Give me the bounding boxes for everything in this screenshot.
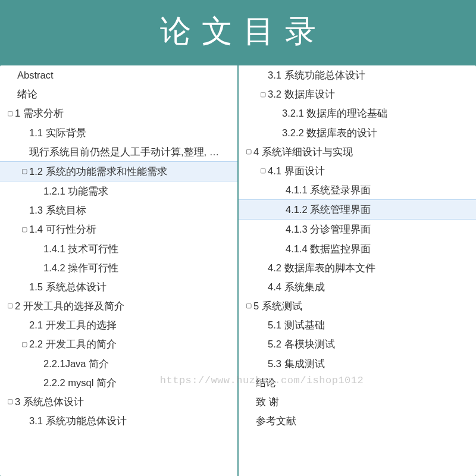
- toc-row[interactable]: ▢5.2 各模块测试: [239, 334, 476, 353]
- toc-row[interactable]: ▢3.1 系统功能总体设计: [239, 65, 476, 84]
- toc-row-label: 4.1 界面设计: [268, 161, 325, 180]
- toc-row-label: 3.2.1 数据库的理论基础: [282, 104, 387, 123]
- toc-row[interactable]: ▢4 系统详细设计与实现: [239, 142, 476, 161]
- toc-row-label: 2 开发工具的选择及简介: [15, 296, 124, 315]
- toc-row-label: 4.4 系统集成: [268, 277, 325, 296]
- toc-row-label: 5.3 集成测试: [268, 354, 325, 373]
- page-title: 论文目录: [0, 11, 476, 52]
- toc-row-label: Abstract: [17, 65, 54, 84]
- page-header: 论文目录: [0, 0, 476, 65]
- toc-row[interactable]: ▢2 开发工具的选择及简介: [0, 296, 237, 315]
- toc-columns: ▢Abstract▢绪论▢1 需求分析▢1.1 实际背景▢现行系统目前仍然是人工…: [0, 65, 476, 476]
- caret-icon[interactable]: ▢: [246, 299, 252, 312]
- toc-row[interactable]: ▢3 系统总体设计: [0, 392, 237, 411]
- toc-row-label: 1.1 实际背景: [29, 123, 86, 142]
- toc-row-label: 4 系统详细设计与实现: [253, 142, 353, 161]
- toc-row-label: 绪论: [17, 84, 37, 104]
- toc-row[interactable]: ▢1.5 系统总体设计: [0, 277, 237, 296]
- toc-row-label: 2.2.2 mysql 简介: [43, 373, 117, 392]
- toc-row-label: 参考文献: [256, 411, 296, 430]
- toc-row-label: 致 谢: [256, 392, 279, 411]
- toc-row-label: 3.1 系统功能总体设计: [29, 411, 127, 430]
- toc-row-label: 1.2.1 功能需求: [43, 181, 108, 201]
- toc-row[interactable]: ▢Abstract: [0, 65, 237, 84]
- toc-row[interactable]: ▢2.2.1Java 简介: [0, 354, 237, 373]
- toc-row-label: 4.1.3 分诊管理界面: [286, 220, 371, 239]
- toc-row[interactable]: ▢现行系统目前仍然是人工手动计算,整理, …: [0, 142, 237, 161]
- toc-row-label: 结论: [256, 373, 276, 392]
- toc-row[interactable]: ▢1.2 系统的功能需求和性能需求: [0, 161, 237, 181]
- toc-row-label: 4.2 数据库表的脚本文件: [268, 258, 375, 277]
- toc-row-label: 2.1 开发工具的选择: [29, 315, 117, 334]
- caret-icon[interactable]: ▢: [7, 107, 13, 120]
- toc-row-label: 3.2 数据库设计: [268, 84, 335, 104]
- caret-icon[interactable]: ▢: [21, 338, 27, 350]
- toc-row[interactable]: ▢2.1 开发工具的选择: [0, 315, 237, 334]
- toc-row[interactable]: ▢5 系统测试: [239, 296, 476, 315]
- toc-row-label: 1.3 系统目标: [29, 201, 86, 220]
- toc-row[interactable]: ▢4.1.1 系统登录界面: [239, 180, 476, 199]
- caret-icon[interactable]: ▢: [21, 165, 27, 177]
- toc-row[interactable]: ▢3.1 系统功能总体设计: [0, 411, 237, 430]
- toc-row[interactable]: ▢1.4.1 技术可行性: [0, 239, 237, 258]
- toc-row-label: 1.2 系统的功能需求和性能需求: [29, 162, 167, 181]
- toc-row[interactable]: ▢3.2 数据库设计: [239, 84, 476, 104]
- toc-row[interactable]: ▢1.4.2 操作可行性: [0, 258, 237, 277]
- toc-row[interactable]: ▢1.1 实际背景: [0, 123, 237, 142]
- caret-icon[interactable]: ▢: [7, 395, 13, 408]
- toc-row-label: 1.4.1 技术可行性: [43, 239, 118, 258]
- toc-column-left: ▢Abstract▢绪论▢1 需求分析▢1.1 实际背景▢现行系统目前仍然是人工…: [0, 65, 237, 476]
- toc-row[interactable]: ▢4.2 数据库表的脚本文件: [239, 258, 476, 277]
- toc-row[interactable]: ▢绪论: [0, 84, 237, 104]
- toc-row-label: 2.2 开发工具的简介: [29, 334, 117, 353]
- toc-row[interactable]: ▢4.4 系统集成: [239, 277, 476, 296]
- caret-icon[interactable]: ▢: [246, 145, 252, 158]
- caret-icon[interactable]: ▢: [260, 164, 266, 177]
- toc-row-label: 4.1.2 系统管理界面: [286, 200, 371, 219]
- caret-icon[interactable]: ▢: [21, 223, 27, 236]
- toc-row-label: 1.4.2 操作可行性: [43, 258, 118, 277]
- toc-row[interactable]: ▢4.1.4 数据监控界面: [239, 239, 476, 258]
- toc-row[interactable]: ▢4.1.3 分诊管理界面: [239, 220, 476, 239]
- toc-row-label: 3.1 系统功能总体设计: [268, 65, 365, 84]
- toc-row-label: 3.2.2 数据库表的设计: [282, 123, 377, 142]
- toc-row-label: 5.1 测试基础: [268, 315, 325, 334]
- toc-row-label: 4.1.1 系统登录界面: [286, 180, 371, 199]
- toc-row[interactable]: ▢4.1 界面设计: [239, 161, 476, 180]
- toc-row[interactable]: ▢3.2.1 数据库的理论基础: [239, 104, 476, 123]
- toc-row-label: 5.2 各模块测试: [268, 334, 335, 353]
- toc-row-label: 1.5 系统总体设计: [29, 277, 107, 296]
- toc-row[interactable]: ▢1.4 可行性分析: [0, 220, 237, 239]
- toc-row[interactable]: ▢5.3 集成测试: [239, 354, 476, 373]
- toc-row[interactable]: ▢4.1.2 系统管理界面: [239, 199, 476, 220]
- toc-row[interactable]: ▢5.1 测试基础: [239, 315, 476, 334]
- caret-icon[interactable]: ▢: [260, 88, 266, 101]
- toc-row-label: 1.4 可行性分析: [29, 220, 96, 239]
- toc-row-label: 1 需求分析: [15, 104, 64, 123]
- toc-row-label: 2.2.1Java 简介: [43, 354, 109, 373]
- toc-row-label: 4.1.4 数据监控界面: [286, 239, 371, 258]
- toc-row[interactable]: ▢致 谢: [239, 392, 476, 411]
- toc-row[interactable]: ▢2.2 开发工具的简介: [0, 334, 237, 353]
- toc-row[interactable]: ▢1.2.1 功能需求: [0, 181, 237, 201]
- caret-icon[interactable]: ▢: [7, 299, 13, 312]
- toc-column-right: ▢3.1 系统功能总体设计▢3.2 数据库设计▢3.2.1 数据库的理论基础▢3…: [239, 65, 476, 476]
- toc-row-label: 5 系统测试: [253, 296, 302, 315]
- toc-row[interactable]: ▢1.3 系统目标: [0, 201, 237, 220]
- toc-row-label: 现行系统目前仍然是人工手动计算,整理, …: [29, 142, 219, 161]
- toc-row[interactable]: ▢1 需求分析: [0, 104, 237, 123]
- toc-row[interactable]: ▢3.2.2 数据库表的设计: [239, 123, 476, 142]
- toc-row-label: 3 系统总体设计: [15, 392, 84, 411]
- toc-row[interactable]: ▢2.2.2 mysql 简介: [0, 373, 237, 392]
- toc-row[interactable]: ▢参考文献: [239, 411, 476, 430]
- toc-row[interactable]: ▢结论: [239, 373, 476, 392]
